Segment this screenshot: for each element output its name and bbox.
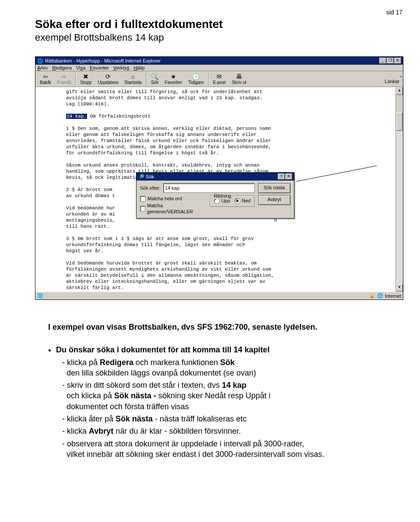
menu-redigera[interactable]: Redigera bbox=[52, 65, 72, 70]
find-input[interactable] bbox=[163, 183, 255, 193]
doc-line: annorledes, framställer falsk urkund ell… bbox=[66, 138, 399, 144]
ie-icon: 🌐 bbox=[37, 58, 43, 64]
sub-step: skriv in ditt sökord som det står i text… bbox=[62, 380, 385, 412]
doc-line: urkundsförfalskning dömas till fängelse,… bbox=[66, 242, 399, 248]
sub-step: klicka på Redigera och markera funktione… bbox=[62, 357, 385, 379]
sub-step: klicka åter på Sök nästa - nästa träff l… bbox=[62, 414, 385, 424]
refresh-button[interactable]: ⟳Uppdatera bbox=[95, 72, 121, 86]
back-button[interactable]: ⇦Bakåt bbox=[37, 72, 54, 86]
scroll-down-button[interactable]: ▼ bbox=[396, 284, 403, 292]
menubar: Arkiv Redigera Visa Favoriter Verktyg Hj… bbox=[35, 65, 403, 71]
doc-line: särskilt farlig art. bbox=[66, 285, 399, 291]
instructions-lead: I exempel ovan visas Brottsbalken, dvs S… bbox=[48, 322, 385, 332]
find-dialog-title: Sök bbox=[146, 174, 154, 179]
page-subtitle: exempel Brottsbalkens 14 kap bbox=[35, 32, 385, 43]
lock-icon: 🔒 bbox=[369, 293, 374, 298]
toolbar-overflow-icon[interactable]: » bbox=[400, 74, 401, 79]
doc-line: för urkundsförfalskning till fängelse i … bbox=[66, 150, 399, 156]
doc-line: Såsom urkund anses protokoll, kontrakt, … bbox=[66, 162, 399, 168]
zone-indicator: 🌐 Internet bbox=[377, 293, 401, 299]
menu-arkiv[interactable]: Arkiv bbox=[37, 65, 48, 70]
favorites-button[interactable]: ★Favoriter bbox=[162, 72, 185, 86]
doc-line: gift eller smitta eller till förgöring, … bbox=[66, 89, 399, 95]
direction-down-radio[interactable]: Ned bbox=[234, 198, 251, 204]
menu-hjalp[interactable]: Hjälp bbox=[133, 65, 144, 70]
search-highlight: 14 kap. bbox=[66, 114, 87, 119]
doc-line: avslöja sådant brott dömes till ansvar e… bbox=[66, 95, 399, 101]
doc-line: högst sex år. bbox=[66, 248, 399, 254]
bullet-lead: Du önskar söka i dokumentet för att komm… bbox=[56, 345, 270, 354]
menu-visa[interactable]: Visa bbox=[76, 65, 85, 70]
stop-button[interactable]: ✖Stopp bbox=[77, 72, 94, 86]
doc-line: utfyller äkta urkund, dömes, om åtgärden… bbox=[66, 144, 399, 150]
status-left: 🌐 bbox=[37, 293, 43, 299]
doc-line: förfalskningen avsett myndighets arkivha… bbox=[66, 266, 399, 272]
statusbar: 🌐 🔒 🌐 Internet bbox=[35, 292, 403, 299]
doc-line: 3 § Om brott som i 1 § sägs är att anse … bbox=[66, 236, 399, 242]
browser-screenshot: 🌐 Rättsbanken - Hyperhopp - Microsoft In… bbox=[35, 56, 403, 300]
match-whole-word-checkbox[interactable]: Matcha hela ord bbox=[140, 195, 205, 202]
doc-line: eller genom att falskeligen förskaffa si… bbox=[66, 132, 399, 138]
sub-step: observera att stora dokument är uppdelad… bbox=[62, 438, 385, 460]
home-button[interactable]: ⌂Startsida bbox=[122, 72, 144, 86]
instructions-block: I exempel ovan visas Brottsbalken, dvs S… bbox=[48, 322, 385, 459]
search-button[interactable]: 🔍Sök bbox=[148, 72, 161, 86]
sub-step: klicka Avbryt när du är klar - sökbilden… bbox=[62, 426, 385, 436]
direction-legend: Riktning bbox=[213, 193, 232, 199]
find-dialog: 🔎 Sök ? ✕ Sök efter: Matc bbox=[136, 172, 294, 219]
find-close-button[interactable]: ✕ bbox=[285, 174, 292, 180]
menu-favoriter[interactable]: Favoriter bbox=[90, 65, 108, 70]
find-help-button[interactable]: ? bbox=[278, 174, 285, 180]
print-button[interactable]: 🖶Skriv ut bbox=[229, 72, 249, 86]
maximize-button[interactable]: ❐ bbox=[387, 58, 394, 64]
history-button[interactable]: 🕓Tidigare bbox=[186, 72, 206, 86]
find-icon: 🔎 bbox=[138, 174, 144, 179]
menu-verktyg[interactable]: Verktyg bbox=[113, 65, 130, 70]
toolbar: ⇦Bakåt ⇨Framåt ✖Stopp ⟳Uppdatera ⌂Starts… bbox=[35, 71, 403, 87]
minimize-button[interactable]: _ bbox=[379, 58, 386, 64]
doc-line: är särskilt betydelsefull i den allmänna… bbox=[66, 272, 399, 278]
links-label[interactable]: Länkar bbox=[385, 79, 401, 84]
doc-line: 14 kap. Om förfalskningsbrott bbox=[66, 113, 399, 119]
window-title: Rättsbanken - Hyperhopp - Microsoft Inte… bbox=[45, 58, 161, 63]
page-title: Söka efter ord i fulltextdokumentet bbox=[35, 17, 385, 31]
forward-button[interactable]: ⇨Framåt bbox=[55, 72, 74, 86]
direction-group: Riktning Upp Ned bbox=[210, 195, 255, 207]
page-number: sid 17 bbox=[386, 9, 402, 16]
scroll-track[interactable] bbox=[396, 131, 403, 284]
match-case-checkbox[interactable]: Matcha gemener/VERSALER bbox=[140, 202, 205, 215]
vertical-scrollbar[interactable]: ▲ ▼ bbox=[396, 87, 403, 292]
doc-line: Vid bedömande huruvida brottet är grovt … bbox=[66, 260, 399, 266]
doc-line: 1 § Den som, genom att skriva annan, ver… bbox=[66, 125, 399, 132]
find-label: Sök efter: bbox=[140, 185, 161, 191]
scroll-thumb[interactable] bbox=[396, 112, 402, 131]
find-cancel-button[interactable]: Avbryt bbox=[258, 195, 290, 205]
scroll-up-button[interactable]: ▲ bbox=[396, 87, 403, 95]
doc-line: aktiebrev eller inteckningshandling, ell… bbox=[66, 278, 399, 285]
window-titlebar: 🌐 Rättsbanken - Hyperhopp - Microsoft In… bbox=[35, 57, 403, 65]
close-button[interactable]: ✕ bbox=[394, 58, 401, 64]
find-next-button[interactable]: Sök nästa bbox=[258, 183, 290, 193]
doc-line: Lag (1990:416). bbox=[66, 101, 399, 107]
find-dialog-titlebar: 🔎 Sök ? ✕ bbox=[136, 173, 294, 181]
document-viewport: gift eller smitta eller till förgöring, … bbox=[35, 87, 403, 292]
doc-line: till hans rätt. bbox=[66, 223, 399, 230]
mail-button[interactable]: ✉E-post bbox=[210, 72, 228, 86]
